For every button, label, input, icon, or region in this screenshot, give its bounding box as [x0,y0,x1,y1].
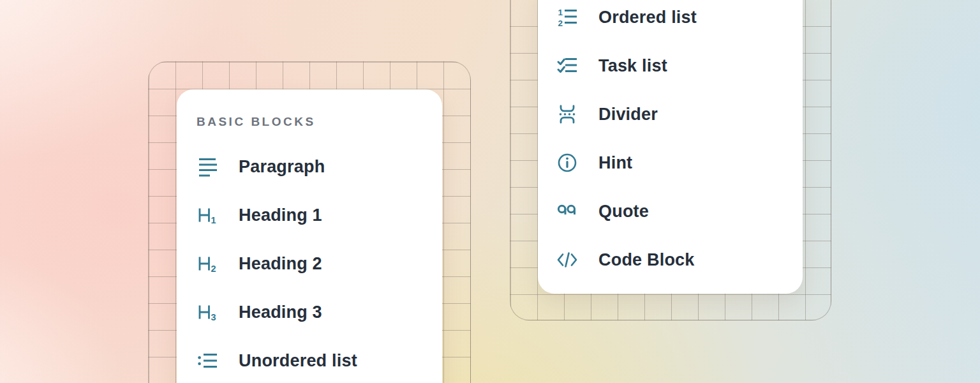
menu-item-label: Divider [598,105,658,124]
menu-item-label: Quote [598,202,649,222]
advanced-blocks-menu: 1 2 Ordered list Task list [538,0,803,294]
ordered-list-icon: 1 2 [556,6,578,28]
menu-item-unordered-list[interactable]: Unordered list [197,336,442,383]
heading-3-icon: 3 [197,301,218,323]
heading-1-icon: 1 [197,204,218,226]
menu-item-hint[interactable]: Hint [556,139,803,187]
menu-item-heading-1[interactable]: 1 Heading 1 [197,191,442,239]
editor-blocks-illustration: BASIC BLOCKS Paragraph 1 Heading 1 2 Hea… [0,0,980,383]
menu-item-paragraph[interactable]: Paragraph [197,142,442,191]
svg-text:3: 3 [211,312,216,322]
menu-item-label: Ordered list [598,8,697,27]
menu-item-label: Unordered list [239,351,357,371]
menu-item-quote[interactable]: Quote [556,187,803,236]
basic-blocks-header: BASIC BLOCKS [197,112,442,131]
menu-item-heading-2[interactable]: 2 Heading 2 [197,239,442,288]
task-list-icon [556,55,578,77]
menu-item-label: Heading 3 [239,303,322,322]
svg-text:1: 1 [558,8,563,17]
basic-blocks-menu: BASIC BLOCKS Paragraph 1 Heading 1 2 Hea… [177,89,442,383]
menu-item-ordered-list[interactable]: 1 2 Ordered list [556,0,803,41]
svg-text:1: 1 [211,215,216,225]
code-block-icon [556,249,578,271]
hint-icon [556,152,578,174]
menu-item-divider[interactable]: Divider [556,90,803,139]
paragraph-icon [197,156,218,177]
menu-item-heading-3[interactable]: 3 Heading 3 [197,288,442,336]
menu-item-label: Paragraph [239,157,325,177]
menu-item-label: Code Block [598,250,695,270]
menu-item-label: Heading 1 [239,206,322,225]
heading-2-icon: 2 [197,253,218,274]
menu-item-label: Hint [598,153,632,173]
svg-text:2: 2 [558,19,563,28]
quote-icon [556,200,578,222]
menu-item-task-list[interactable]: Task list [556,41,803,90]
svg-text:2: 2 [211,264,216,274]
unordered-list-icon [197,350,218,372]
menu-item-code-block[interactable]: Code Block [556,236,803,284]
divider-icon [556,103,578,125]
menu-item-label: Heading 2 [239,254,322,274]
menu-item-label: Task list [598,56,667,76]
